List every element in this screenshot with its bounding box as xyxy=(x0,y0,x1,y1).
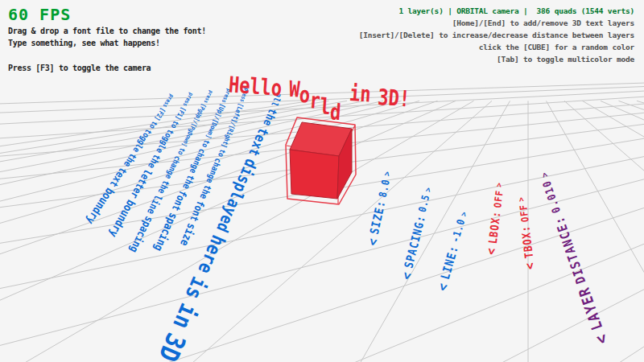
title-letter: d xyxy=(329,101,341,124)
title-word: in xyxy=(349,82,371,105)
hint-toggle-camera: Press [F3] to toggle the camera xyxy=(8,64,151,72)
cube-solid[interactable] xyxy=(290,122,352,199)
hint-add-remove-layers: [Home]/[End] to add/remove 3D text layer… xyxy=(452,19,634,27)
title-word: Hello xyxy=(228,74,283,100)
hint-drag-drop-font: Drag & drop a font file to change the fo… xyxy=(8,27,206,35)
hint-cube-random-color: click the [CUBE] for a random color xyxy=(479,43,634,51)
hint-type-something: Type something, see what happens! xyxy=(8,39,160,47)
status-bar: 1 layer(s) | ORBITAL camera | 386 quads … xyxy=(398,6,634,15)
title-word: World xyxy=(288,78,343,104)
fps-counter: 60 FPS xyxy=(8,5,71,24)
hint-multicolor-mode: [Tab] to toggle multicolor mode xyxy=(497,55,634,64)
hint-layer-distance: [Insert]/[Delete] to increase/decrease d… xyxy=(359,31,634,39)
title-word: 3D! xyxy=(377,86,411,110)
app-window: allthetextdisplayedhereisin3Dpress[F2]to… xyxy=(0,0,644,362)
